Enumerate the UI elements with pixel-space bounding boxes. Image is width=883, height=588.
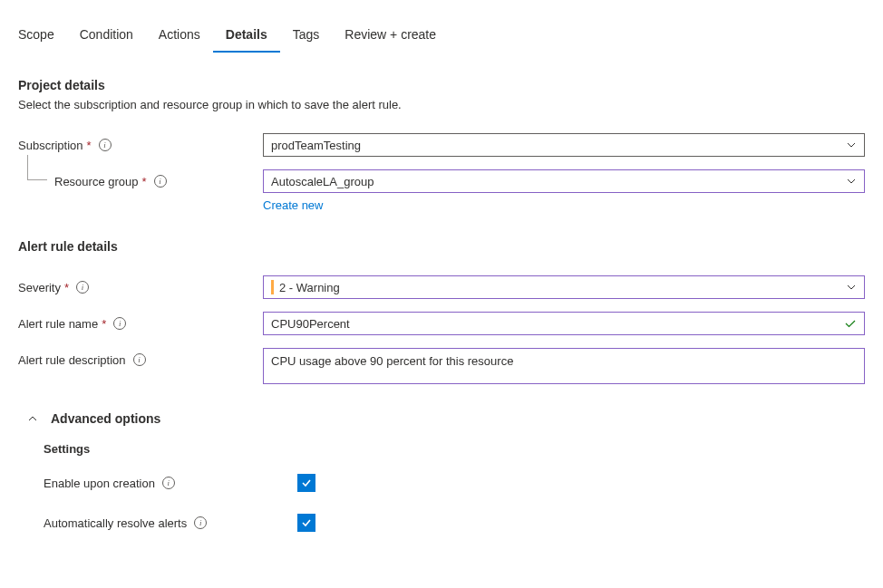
wizard-tabs: Scope Condition Actions Details Tags Rev… <box>18 18 865 53</box>
resource-group-dropdown[interactable]: AutoscaleLA_group <box>263 169 865 193</box>
alert-rule-name-label: Alert rule name * i <box>18 312 263 335</box>
info-icon[interactable]: i <box>194 516 207 529</box>
tab-scope[interactable]: Scope <box>18 18 67 53</box>
chevron-down-icon <box>846 176 857 187</box>
tab-tags[interactable]: Tags <box>280 18 333 53</box>
validation-check-icon <box>844 317 857 330</box>
resource-group-label: Resource group * i <box>18 169 263 193</box>
project-details-heading: Project details <box>18 78 865 92</box>
info-icon[interactable]: i <box>113 317 126 330</box>
enable-upon-creation-label: Enable upon creation i <box>44 477 297 490</box>
severity-color-indicator <box>271 280 274 294</box>
severity-dropdown[interactable]: 2 - Warning <box>263 275 865 299</box>
severity-label: Severity * i <box>18 275 263 299</box>
alert-rule-name-value: CPU90Percent <box>271 317 350 331</box>
auto-resolve-alerts-label: Automatically resolve alerts i <box>44 516 297 530</box>
auto-resolve-alerts-checkbox[interactable] <box>297 514 315 532</box>
info-icon[interactable]: i <box>154 175 167 188</box>
required-marker: * <box>142 175 147 188</box>
subscription-label: Subscription * i <box>18 133 263 157</box>
alert-rule-description-value: CPU usage above 90 percent for this reso… <box>271 354 513 368</box>
enable-upon-creation-checkbox[interactable] <box>297 474 315 492</box>
info-icon[interactable]: i <box>162 477 175 489</box>
create-new-link[interactable]: Create new <box>263 198 323 212</box>
tab-condition[interactable]: Condition <box>67 18 146 53</box>
settings-heading: Settings <box>44 442 865 456</box>
required-marker: * <box>102 317 106 331</box>
advanced-options-toggle[interactable]: Advanced options <box>27 411 865 426</box>
tree-connector <box>27 155 47 180</box>
alert-rule-name-input[interactable]: CPU90Percent <box>263 312 865 335</box>
info-icon[interactable]: i <box>76 281 89 294</box>
required-marker: * <box>64 281 69 294</box>
advanced-options-heading: Advanced options <box>51 411 160 426</box>
alert-rule-description-input[interactable]: CPU usage above 90 percent for this reso… <box>263 348 865 384</box>
tab-details[interactable]: Details <box>213 18 280 53</box>
resource-group-value: AutoscaleLA_group <box>271 175 374 188</box>
info-icon[interactable]: i <box>99 139 112 151</box>
tab-review-create[interactable]: Review + create <box>332 18 449 53</box>
alert-rule-description-label: Alert rule description i <box>18 348 263 371</box>
chevron-up-icon <box>27 413 38 424</box>
chevron-down-icon <box>846 140 857 150</box>
subscription-value: prodTeamTesting <box>271 139 361 152</box>
chevron-down-icon <box>846 282 857 293</box>
tab-actions[interactable]: Actions <box>146 18 213 53</box>
info-icon[interactable]: i <box>133 353 146 366</box>
required-marker: * <box>87 139 92 152</box>
alert-rule-details-heading: Alert rule details <box>18 239 865 254</box>
project-details-description: Select the subscription and resource gro… <box>18 98 865 111</box>
subscription-dropdown[interactable]: prodTeamTesting <box>263 133 865 157</box>
severity-value: 2 - Warning <box>279 281 340 294</box>
